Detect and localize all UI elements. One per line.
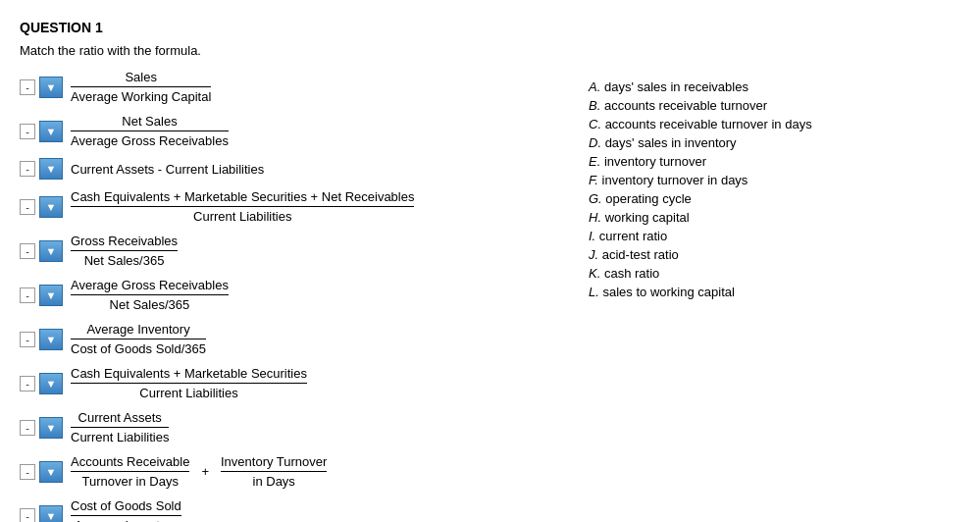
denominator-5: Net Sales/365 [84, 251, 165, 268]
instruction: Match the ratio with the formula. [20, 43, 960, 58]
fraction-2: Net Sales Average Gross Receivables [71, 114, 229, 148]
denominator-10b: in Days [253, 472, 295, 489]
question-container: QUESTION 1 Match the ratio with the form… [20, 20, 960, 522]
denominator-10a: Turnover in Days [81, 472, 179, 489]
answers-column: A. days' sales in receivables B. account… [589, 70, 960, 522]
minus-btn-2[interactable]: - [20, 124, 35, 139]
controls-11: - ▼ [20, 505, 63, 523]
formula-row-9: - ▼ Current Assets Current Liabilities [20, 410, 549, 444]
numerator-8: Cash Equivalents + Marketable Securities [71, 366, 307, 383]
answer-item-B: B. accounts receivable turnover [589, 98, 960, 113]
denominator-9: Current Liabilities [71, 428, 169, 444]
answer-item-D: D. days' sales in inventory [589, 135, 960, 150]
minus-btn-11[interactable]: - [20, 508, 35, 523]
dropdown-btn-9[interactable]: ▼ [39, 417, 63, 439]
minus-btn-5[interactable]: - [20, 243, 35, 259]
answer-letter-D: D. [589, 135, 601, 150]
answer-text-H: working capital [605, 210, 690, 225]
plus-sign-10: + [201, 464, 209, 479]
dropdown-btn-8[interactable]: ▼ [39, 373, 63, 394]
formula-row-8: - ▼ Cash Equivalents + Marketable Securi… [20, 366, 549, 400]
answer-item-E: E. inventory turnover [589, 154, 960, 169]
answer-letter-F: F. [589, 173, 598, 187]
answer-text-A: days' sales in receivables [604, 79, 748, 94]
answer-letter-L: L. [589, 285, 599, 299]
denominator-6: Net Sales/365 [110, 295, 190, 312]
formula-row-5: - ▼ Gross Receivables Net Sales/365 [20, 234, 549, 268]
minus-btn-9[interactable]: - [20, 420, 35, 436]
fraction-7: Average Inventory Cost of Goods Sold/365 [71, 322, 206, 356]
answer-letter-K: K. [589, 266, 600, 281]
minus-btn-1[interactable]: - [20, 79, 35, 95]
answer-letter-A: A. [589, 79, 600, 94]
numerator-2: Net Sales [122, 114, 177, 130]
formulas-column: - ▼ Sales Average Working Capital - ▼ Ne… [20, 70, 549, 522]
fraction-11: Cost of Goods Sold Average Inventory [71, 498, 181, 522]
answer-item-L: L. sales to working capital [589, 285, 960, 299]
denominator-4: Current Liabilities [193, 207, 291, 224]
answer-item-K: K. cash ratio [589, 266, 960, 281]
formula-row-1: - ▼ Sales Average Working Capital [20, 70, 549, 104]
controls-9: - ▼ [20, 417, 63, 439]
formula-row-10: - ▼ Accounts Receivable Turnover in Days… [20, 454, 549, 489]
formula-row-11: - ▼ Cost of Goods Sold Average Inventory [20, 498, 549, 522]
dropdown-btn-10[interactable]: ▼ [39, 461, 63, 483]
numerator-10b: Inventory Turnover [221, 454, 327, 471]
answer-letter-E: E. [589, 154, 600, 169]
answer-text-E: inventory turnover [604, 154, 706, 169]
answer-letter-B: B. [589, 98, 600, 113]
controls-3: - ▼ [20, 158, 63, 180]
answer-text-G: operating cycle [605, 191, 691, 206]
minus-btn-3[interactable]: - [20, 161, 35, 177]
dropdown-btn-1[interactable]: ▼ [39, 77, 63, 98]
fraction-9: Current Assets Current Liabilities [71, 410, 169, 444]
dropdown-btn-6[interactable]: ▼ [39, 285, 63, 306]
controls-6: - ▼ [20, 285, 63, 306]
fraction-1: Sales Average Working Capital [71, 70, 211, 104]
fraction-5: Gross Receivables Net Sales/365 [71, 234, 178, 268]
fraction-8: Cash Equivalents + Marketable Securities… [71, 366, 307, 400]
answer-letter-J: J. [589, 247, 598, 262]
controls-8: - ▼ [20, 373, 63, 394]
dropdown-btn-3[interactable]: ▼ [39, 158, 63, 180]
answer-item-A: A. days' sales in receivables [589, 79, 960, 94]
numerator-9: Current Assets [78, 410, 162, 427]
numerator-6: Average Gross Receivables [71, 278, 229, 294]
controls-10: - ▼ [20, 461, 63, 483]
numerator-11: Cost of Goods Sold [71, 498, 181, 515]
formula-row-2: - ▼ Net Sales Average Gross Receivables [20, 114, 549, 148]
answer-text-D: days' sales in inventory [605, 135, 737, 150]
answer-text-I: current ratio [599, 229, 667, 243]
minus-btn-10[interactable]: - [20, 464, 35, 480]
dropdown-btn-2[interactable]: ▼ [39, 121, 63, 142]
answer-item-H: H. working capital [589, 210, 960, 225]
answer-text-F: inventory turnover in days [602, 173, 748, 187]
question-title: QUESTION 1 [20, 20, 960, 35]
dropdown-btn-4[interactable]: ▼ [39, 196, 63, 218]
answer-item-J: J. acid-test ratio [589, 247, 960, 262]
dropdown-btn-7[interactable]: ▼ [39, 329, 63, 350]
dropdown-btn-11[interactable]: ▼ [39, 505, 63, 523]
minus-btn-6[interactable]: - [20, 287, 35, 303]
answer-text-L: sales to working capital [602, 285, 734, 299]
minus-btn-4[interactable]: - [20, 199, 35, 215]
main-layout: - ▼ Sales Average Working Capital - ▼ Ne… [20, 70, 960, 522]
dropdown-btn-5[interactable]: ▼ [39, 240, 63, 262]
minus-btn-7[interactable]: - [20, 332, 35, 347]
denominator-8: Current Liabilities [139, 384, 237, 400]
numerator-10a: Accounts Receivable [71, 454, 189, 471]
controls-1: - ▼ [20, 77, 63, 98]
denominator-7: Cost of Goods Sold/365 [71, 339, 206, 356]
controls-5: - ▼ [20, 240, 63, 262]
denominator-11: Average Inventory [75, 516, 178, 522]
answer-letter-C: C. [589, 117, 601, 131]
numerator-5: Gross Receivables [71, 234, 178, 250]
answer-text-B: accounts receivable turnover [604, 98, 767, 113]
controls-4: - ▼ [20, 196, 63, 218]
answer-item-F: F. inventory turnover in days [589, 173, 960, 187]
minus-btn-8[interactable]: - [20, 376, 35, 392]
answer-text-J: acid-test ratio [602, 247, 679, 262]
controls-2: - ▼ [20, 121, 63, 142]
formula-row-3: - ▼ Current Assets - Current Liabilities [20, 158, 549, 180]
fraction-10b: Inventory Turnover in Days [221, 454, 327, 489]
